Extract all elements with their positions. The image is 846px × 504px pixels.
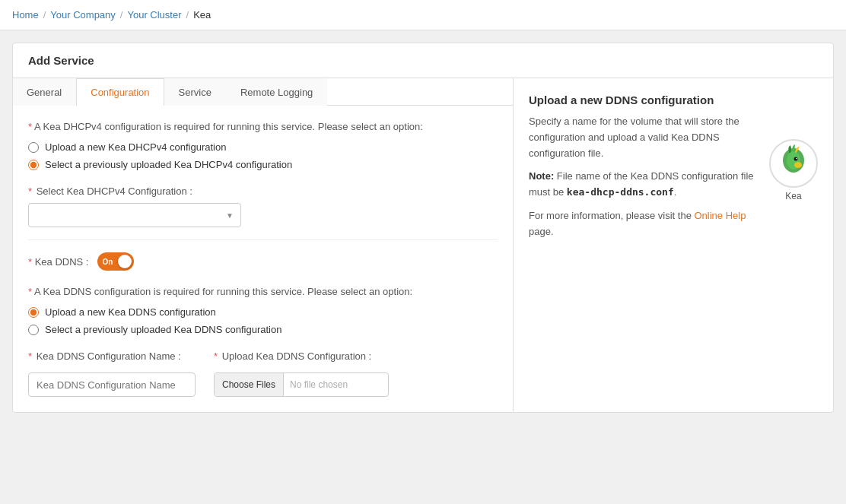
- breadcrumb-home[interactable]: Home: [12, 9, 39, 21]
- kea-logo-circle: [769, 139, 818, 188]
- dhcpv4-select-radio[interactable]: [28, 160, 39, 170]
- breadcrumb-company[interactable]: Your Company: [50, 9, 116, 21]
- svg-point-4: [796, 158, 797, 160]
- file-name-display: No file chosen: [284, 379, 354, 390]
- ddns-option2-label: Select a previously uploaded Kea DDNS co…: [45, 324, 281, 335]
- add-service-card: Add Service General Configuration Servic…: [12, 43, 834, 413]
- ddns-select-radio[interactable]: [28, 325, 39, 335]
- tab-remote-logging[interactable]: Remote Logging: [226, 78, 327, 106]
- dhcpv4-notice: * A Kea DHCPv4 configuration is required…: [28, 121, 498, 132]
- ddns-name-label: * Kea DDNS Configuration Name :: [28, 350, 196, 362]
- right-pane: Upload a new DDNS configuration Specify …: [514, 78, 833, 412]
- card-header: Add Service: [13, 43, 833, 78]
- help-note-code: kea-dhcp-ddns.conf: [567, 186, 674, 198]
- kea-ddns-toggle-section: * Kea DDNS : On: [28, 252, 498, 271]
- help-para1: Specify a name for the volume that will …: [529, 114, 757, 161]
- breadcrumb: Home / Your Company / Your Cluster / Kea: [12, 9, 211, 21]
- svg-point-2: [794, 162, 802, 168]
- ddns-name-col: * Kea DDNS Configuration Name :: [28, 350, 196, 397]
- help-para2-prefix: For more information, please visit the: [529, 210, 694, 221]
- kea-logo-area: Kea: [769, 94, 818, 248]
- page-title: Add Service: [28, 54, 94, 67]
- breadcrumb-sep-2: /: [120, 9, 123, 21]
- ddns-name-input[interactable]: [28, 372, 196, 397]
- dhcpv4-option2-label: Select a previously uploaded Kea DHCPv4 …: [45, 159, 292, 170]
- dhcpv4-select-wrapper: ▼: [28, 203, 241, 227]
- tab-content: * A Kea DHCPv4 configuration is required…: [13, 106, 513, 412]
- ddns-upload-radio[interactable]: [28, 307, 39, 318]
- help-para2-suffix: page.: [529, 226, 554, 237]
- breadcrumb-cluster[interactable]: Your Cluster: [127, 9, 181, 21]
- dhcpv4-option1-label: Upload a new Kea DHCPv4 configuration: [45, 141, 226, 153]
- file-input-wrapper: Choose Files No file chosen: [214, 372, 389, 397]
- online-help-link[interactable]: Online Help: [694, 210, 746, 221]
- svg-point-3: [794, 157, 798, 161]
- dhcpv4-select-label: * Select Kea DHCPv4 Configuration :: [28, 185, 498, 197]
- kea-ddns-label: * Kea DDNS :: [28, 256, 88, 268]
- card-body: General Configuration Service Remote Log…: [13, 78, 833, 412]
- dhcpv4-radio-group: Upload a new Kea DHCPv4 configuration Se…: [28, 141, 498, 170]
- help-panel-body: Specify a name for the volume that will …: [529, 114, 757, 240]
- help-note-end: .: [674, 186, 677, 198]
- help-para2: For more information, please visit the O…: [529, 208, 757, 240]
- kea-logo-svg: [774, 144, 813, 183]
- ddns-option1-label: Upload a new Kea DDNS configuration: [45, 306, 216, 318]
- breadcrumb-current: Kea: [193, 9, 211, 21]
- ddns-option2-item[interactable]: Select a previously uploaded Kea DDNS co…: [28, 324, 498, 335]
- ddns-radio-group: Upload a new Kea DDNS configuration Sele…: [28, 306, 498, 335]
- ddns-upload-label: * Upload Kea DDNS Configuration :: [214, 350, 389, 362]
- ddns-notice: * A Kea DDNS configuration is required f…: [28, 286, 498, 297]
- tab-configuration[interactable]: Configuration: [76, 78, 164, 106]
- choose-files-button[interactable]: Choose Files: [215, 373, 284, 396]
- left-pane: General Configuration Service Remote Log…: [13, 78, 514, 412]
- breadcrumb-sep-3: /: [186, 9, 189, 21]
- toggle-knob: [118, 255, 132, 268]
- tab-service[interactable]: Service: [164, 78, 226, 106]
- right-pane-inner: Upload a new DDNS configuration Specify …: [529, 94, 818, 248]
- breadcrumb-sep-1: /: [43, 9, 46, 21]
- help-note-label: Note:: [529, 170, 554, 182]
- ddns-upload-col: * Upload Kea DDNS Configuration : Choose…: [214, 350, 389, 397]
- toggle-on-text: On: [102, 258, 113, 266]
- ddns-option1-item[interactable]: Upload a new Kea DDNS configuration: [28, 306, 498, 318]
- top-bar: Home / Your Company / Your Cluster / Kea: [0, 0, 846, 30]
- main-container: Add Service General Configuration Servic…: [0, 30, 846, 425]
- ddns-form-row: * Kea DDNS Configuration Name : * Upload…: [28, 350, 498, 397]
- dhcpv4-upload-radio[interactable]: [28, 142, 39, 153]
- tabs: General Configuration Service Remote Log…: [13, 78, 513, 106]
- dhcpv4-select-section: * Select Kea DHCPv4 Configuration : ▼: [28, 185, 498, 227]
- required-star-1: *: [28, 121, 34, 132]
- divider-1: [28, 239, 498, 240]
- kea-ddns-toggle[interactable]: On: [97, 252, 134, 271]
- kea-logo-label: Kea: [785, 191, 801, 201]
- help-note: Note: File name of the Kea DDNS configur…: [529, 169, 757, 201]
- dhcpv4-option1-item[interactable]: Upload a new Kea DHCPv4 configuration: [28, 141, 498, 153]
- dhcpv4-select[interactable]: [28, 203, 241, 227]
- help-content: Upload a new DDNS configuration Specify …: [529, 94, 757, 248]
- toggle-track: On: [97, 252, 134, 271]
- tab-general[interactable]: General: [13, 78, 76, 106]
- ddns-section: * A Kea DDNS configuration is required f…: [28, 286, 498, 397]
- help-panel-title: Upload a new DDNS configuration: [529, 94, 757, 106]
- dhcpv4-option2-item[interactable]: Select a previously uploaded Kea DHCPv4 …: [28, 159, 498, 170]
